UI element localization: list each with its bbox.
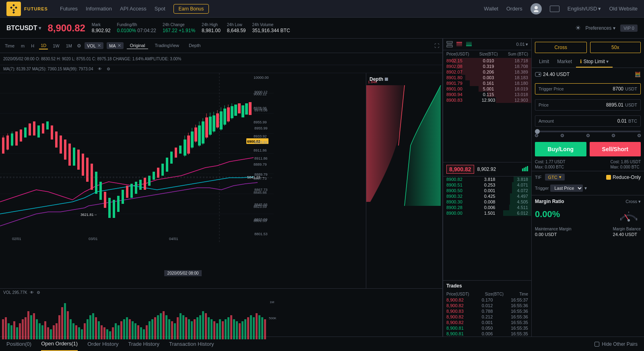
svg-rect-36 <box>29 123 31 135</box>
trade-row[interactable]: 8,900.810.05016:55:35 <box>443 325 531 331</box>
svg-rect-66 <box>161 164 164 176</box>
svg-text:8823.59: 8823.59 <box>254 218 268 222</box>
earn-bonus-button[interactable]: Earn Bonus <box>173 4 209 14</box>
vol-remove[interactable]: ✕ <box>97 43 101 48</box>
slider-mark-100[interactable] <box>638 134 641 137</box>
trade-row[interactable]: 8,900.820.21216:55:36 <box>443 314 531 320</box>
tab-market[interactable]: Market <box>553 56 576 68</box>
nav-api[interactable]: API Access <box>120 6 147 12</box>
old-website-link[interactable]: Old Website <box>609 6 638 12</box>
time-interval-m[interactable]: m <box>19 43 26 49</box>
ob-bid-row[interactable]: 8900.280.0064.511 <box>443 205 531 210</box>
ob-ask-row[interactable]: 8902.070.20618.389 <box>443 69 531 75</box>
slider-mark-0[interactable] <box>535 134 538 137</box>
ob-ask-row[interactable]: 8901.800.00318.183 <box>443 75 531 80</box>
slider-mark-50[interactable] <box>586 134 590 137</box>
ob-all-icon[interactable] <box>446 41 453 47</box>
time-interval-1w[interactable]: 1W <box>51 43 61 49</box>
time-interval-time[interactable]: Time <box>3 43 16 49</box>
card-icon[interactable] <box>550 6 559 12</box>
tab-dropdown[interactable]: ▾ <box>606 59 609 64</box>
amount-input[interactable] <box>594 118 627 124</box>
ob-bid-row[interactable]: 8900.001.5016.012 <box>443 210 531 216</box>
sell-short-button[interactable]: Sell/Short <box>590 142 641 156</box>
trade-row[interactable]: 8,900.820.00116:55:35 <box>443 320 531 325</box>
sell-max: Max: 0.000 BTC <box>610 165 641 169</box>
ob-asks-icon[interactable] <box>456 41 462 47</box>
calculator-icon[interactable]: 🧮 <box>635 72 641 77</box>
trade-row[interactable]: 8,900.820.17016:55:37 <box>443 297 531 303</box>
svg-rect-140 <box>41 325 43 339</box>
trade-row[interactable]: 8,900.830.78816:55:36 <box>443 308 531 314</box>
settings-icon[interactable]: ⚙ <box>77 43 81 49</box>
orders-link[interactable]: Orders <box>506 6 522 12</box>
ob-bid-row[interactable]: 8900.500.0014.072 <box>443 188 531 193</box>
ob-ask-row[interactable]: 8902.150.01018.718 <box>443 58 531 64</box>
nav-spot[interactable]: Spot <box>155 6 165 12</box>
eye-icon[interactable]: 👁 <box>98 67 102 71</box>
time-interval-1m[interactable]: 1M <box>64 43 74 49</box>
slider-mark-25[interactable] <box>561 134 564 137</box>
trigger-price-type[interactable]: Last Price <box>550 185 583 192</box>
svg-rect-48 <box>82 154 84 176</box>
ma-remove[interactable]: ✕ <box>118 43 121 48</box>
reduce-only-toggle[interactable]: Reduce-Only <box>606 174 641 180</box>
ob-ask-row[interactable]: 8902.080.31918.708 <box>443 64 531 69</box>
view-tradingview[interactable]: TradingView <box>151 42 182 49</box>
vol-eye-icon[interactable]: 👁 <box>30 290 34 295</box>
price-input[interactable] <box>591 102 623 108</box>
preferences-button[interactable]: Preferences▾ <box>586 25 616 31</box>
view-depth[interactable]: Depth <box>186 42 204 49</box>
ob-ask-row[interactable]: 8900.940.11513.018 <box>443 92 531 97</box>
language-selector[interactable]: English/USD▾ <box>568 6 601 12</box>
wallet-link[interactable]: Wallet <box>484 6 498 12</box>
svg-marker-4 <box>12 11 15 14</box>
logo[interactable]: FUTURES <box>6 2 48 16</box>
price-field[interactable]: Price USDT <box>535 99 641 111</box>
time-interval-H[interactable]: H <box>29 43 36 49</box>
ob-bid-row[interactable]: 8900.300.0084.505 <box>443 199 531 205</box>
logo-text: FUTURES <box>24 6 48 11</box>
ob-bid-row[interactable]: 8900.823.8183.818 <box>443 177 531 182</box>
leverage-button[interactable]: 50x <box>590 42 641 53</box>
margin-gauge <box>617 204 641 224</box>
ob-tick-selector[interactable]: 0.01 ▾ <box>516 42 528 47</box>
trigger-price-field[interactable]: Trigger Price 8700 USDT <box>535 83 641 94</box>
trade-row[interactable]: 8,900.820.01216:55:36 <box>443 303 531 308</box>
buy-long-button[interactable]: Buy/Long <box>535 142 586 156</box>
ob-ask-row[interactable]: 8900.8312.90312.903 <box>443 97 531 103</box>
trigger-price-input[interactable]: 8700 <box>591 86 623 92</box>
svg-text:8911.86: 8911.86 <box>254 156 268 160</box>
tab-stop-limit[interactable]: ℹ Stop Limit ▾ <box>576 56 613 68</box>
user-avatar[interactable] <box>530 3 542 14</box>
amount-field[interactable]: Amount BTC <box>535 115 641 127</box>
ob-ask-row[interactable]: 8901.790.16118.180 <box>443 80 531 86</box>
ob-ask-row[interactable]: 8901.005.00118.019 <box>443 86 531 92</box>
fullscreen-icon[interactable]: ⛶ <box>434 43 439 49</box>
cross-button[interactable]: Cross <box>535 42 587 53</box>
tif-gtc-selector[interactable]: GTC ▾ <box>545 174 565 181</box>
trading-symbol[interactable]: BTCUSDT ▾ <box>6 25 41 32</box>
slider-mark-75[interactable] <box>612 134 615 137</box>
trade-row[interactable]: 8,900.810.00616:55:35 <box>443 331 531 337</box>
sun-icon[interactable]: ☀ <box>575 24 581 32</box>
symbol-dropdown[interactable]: ▾ <box>39 25 41 31</box>
time-interval-1d[interactable]: 1D <box>39 42 48 49</box>
reduce-only-checkbox[interactable] <box>606 175 611 180</box>
hide-other-checkbox[interactable] <box>594 342 599 347</box>
ob-bids-icon[interactable] <box>466 41 472 47</box>
trigger-price-label: Trigger Price <box>539 86 591 91</box>
ob-bid-row[interactable]: 8900.320.4254.497 <box>443 193 531 199</box>
nav-information[interactable]: Information <box>86 6 112 12</box>
svg-rect-169 <box>123 319 125 339</box>
nav-futures[interactable]: Futures <box>60 6 78 12</box>
amount-slider[interactable] <box>535 131 641 132</box>
vol-settings-icon[interactable]: ⚙ <box>37 290 40 295</box>
tab-limit[interactable]: Limit <box>535 56 553 68</box>
view-original[interactable]: Original <box>127 42 149 49</box>
trades-header: Trades <box>443 281 531 291</box>
settings2-icon[interactable]: ⚙ <box>107 67 110 71</box>
cross-dropdown[interactable]: Cross ▾ <box>625 199 641 204</box>
hide-other-pairs[interactable]: Hide Other Pairs <box>594 341 638 347</box>
ob-bid-row[interactable]: 8900.510.2534.071 <box>443 182 531 188</box>
